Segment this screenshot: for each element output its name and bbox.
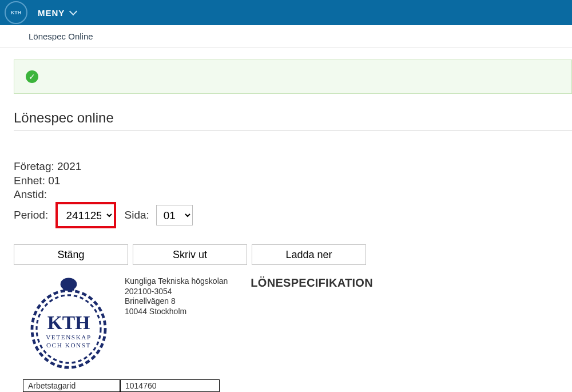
- sida-label: Sida:: [124, 208, 149, 223]
- button-row: Stäng Skriv ut Ladda ner: [14, 244, 572, 265]
- title-divider: [14, 130, 572, 131]
- document-title: LÖNESPECIFIKATION: [251, 276, 373, 290]
- success-alert: ✓: [14, 60, 572, 94]
- table-row: Arbetstagarid 1014760: [23, 379, 220, 392]
- breadcrumb-label: Lönespec Online: [29, 31, 93, 41]
- svg-text:KTH: KTH: [47, 312, 90, 333]
- breadcrumb: Lönespec Online: [0, 25, 572, 48]
- anstid-label: Anstid:: [14, 188, 47, 202]
- table-value-cell: 1014760: [120, 379, 220, 392]
- check-icon: ✓: [26, 70, 38, 83]
- kth-seal: KTH VETENSKAP OCH KONST: [23, 273, 114, 378]
- foretag-value: 2021: [57, 160, 81, 174]
- enhet-value: 01: [48, 174, 60, 188]
- org-name: Kungliga Tekniska högskolan: [125, 276, 228, 287]
- org-number: 202100-3054: [125, 287, 228, 297]
- info-block: Företag: 2021 Enhet: 01 Anstid: Period: …: [14, 160, 572, 228]
- kth-seal-icon: KTH VETENSKAP OCH KONST: [23, 273, 114, 376]
- print-button[interactable]: Skriv ut: [133, 244, 247, 265]
- period-select[interactable]: 241125: [55, 202, 116, 228]
- menu-label: MENY: [38, 8, 65, 18]
- page-title: Lönespec online: [14, 110, 572, 126]
- svg-text:OCH KONST: OCH KONST: [46, 342, 91, 349]
- enhet-label: Enhet:: [14, 174, 48, 188]
- main-content: ✓ Lönespec online Företag: 2021 Enhet: 0…: [0, 48, 572, 392]
- top-bar: KTH MENY: [0, 0, 572, 25]
- kth-logo: KTH: [5, 1, 27, 24]
- org-street: Brinellvägen 8: [125, 296, 228, 307]
- svg-rect-2: [63, 288, 74, 291]
- menu-button[interactable]: MENY: [38, 8, 76, 18]
- foretag-label: Företag:: [14, 160, 57, 174]
- chevron-down-icon: [69, 7, 77, 15]
- org-block: Kungliga Tekniska högskolan 202100-3054 …: [125, 276, 228, 316]
- close-button[interactable]: Stäng: [14, 244, 128, 265]
- payslip-header: KTH VETENSKAP OCH KONST Kungliga Teknisk…: [23, 273, 572, 378]
- sida-select[interactable]: 01: [156, 205, 193, 225]
- org-postal: 10044 Stockholm: [125, 307, 228, 317]
- kth-logo-text: KTH: [11, 10, 22, 15]
- period-label: Period:: [14, 208, 51, 223]
- download-button[interactable]: Ladda ner: [252, 244, 366, 265]
- payslip-table: Arbetstagarid 1014760: [23, 379, 220, 392]
- table-label-cell: Arbetstagarid: [23, 379, 120, 392]
- svg-text:VETENSKAP: VETENSKAP: [46, 334, 92, 340]
